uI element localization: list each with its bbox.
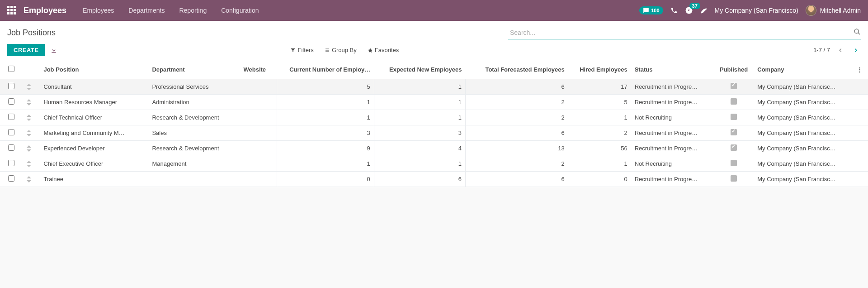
col-published[interactable]: Published [714,60,754,79]
search-input[interactable] [508,26,861,39]
cell-company: My Company (San Francisc… [754,156,851,172]
star-icon [368,48,373,53]
debug-button[interactable] [700,7,708,14]
company-switcher[interactable]: My Company (San Francisco) [715,7,798,14]
pager-prev-button[interactable] [835,45,845,55]
pager-next-button[interactable] [851,45,861,55]
user-menu[interactable]: Mitchell Admin [806,5,861,16]
groupby-button[interactable]: Group By [325,47,357,53]
col-company[interactable]: Company [754,60,851,79]
download-icon [50,47,57,54]
cell-status: Recruitment in Progre… [631,141,714,156]
cell-company: My Company (San Francisc… [754,125,851,141]
col-website[interactable]: Website [240,60,277,79]
cell-published[interactable] [714,125,754,141]
cell-status: Recruitment in Progre… [631,172,714,187]
sort-icon [27,115,31,121]
drag-handle[interactable] [23,172,40,187]
cell-website [240,156,277,172]
cell-status: Not Recruiting [631,110,714,125]
table-row[interactable]: Chief Executive Officer Management 1 1 2… [0,156,868,172]
col-job-position[interactable]: Job Position [40,60,148,79]
nav-item-departments[interactable]: Departments [121,0,172,21]
nav-item-employees[interactable]: Employees [75,0,121,21]
messages-count: 100 [651,8,659,13]
drag-handle[interactable] [23,79,40,95]
cell-company: My Company (San Francisc… [754,110,851,125]
table-row[interactable]: Consultant Professional Services 5 1 6 1… [0,79,868,95]
cell-status: Recruitment in Progre… [631,95,714,110]
col-forecasted-employees[interactable]: Total Forecasted Employees [465,60,568,79]
svg-point-0 [854,29,859,33]
cell-company: My Company (San Francisc… [754,79,851,95]
cell-published[interactable] [714,79,754,95]
cell-job-position: Marketing and Community M… [40,125,148,141]
drag-handle[interactable] [23,156,40,172]
messages-button[interactable]: 100 [639,6,663,14]
table-row[interactable]: Experienced Developer Research & Develop… [0,141,868,156]
filters-button[interactable]: Filters [290,47,313,53]
list-icon [325,48,330,53]
cell-published[interactable] [714,110,754,125]
create-button[interactable]: CREATE [7,44,45,56]
cell-website [240,172,277,187]
search-button[interactable] [854,28,861,35]
nav-item-reporting[interactable]: Reporting [172,0,214,21]
cell-published[interactable] [714,95,754,110]
cell-job-position: Chief Executive Officer [40,156,148,172]
col-hired-employees[interactable]: Hired Employees [568,60,631,79]
row-checkbox[interactable] [8,175,14,182]
cell-published[interactable] [714,156,754,172]
col-department[interactable]: Department [148,60,240,79]
filters-label: Filters [297,47,313,53]
table-row[interactable]: Chief Technical Officer Research & Devel… [0,110,868,125]
table-row[interactable]: Human Resources Manager Administration 1… [0,95,868,110]
row-checkbox[interactable] [8,83,14,89]
cell-expected: 1 [374,79,465,95]
activities-count: 37 [689,3,700,9]
drag-handle[interactable] [23,125,40,141]
activities-button[interactable]: 37 [685,6,693,14]
favorites-button[interactable]: Favorites [368,47,399,53]
sort-icon [27,130,31,136]
table-row[interactable]: Trainee 0 6 6 0 Recruitment in Progre… M… [0,172,868,187]
pager-text[interactable]: 1-7 / 7 [813,47,830,53]
cell-website [240,79,277,95]
cell-department: Research & Development [148,141,240,156]
import-button[interactable] [50,47,57,54]
cell-published[interactable] [714,141,754,156]
cell-expected: 6 [374,172,465,187]
select-all-checkbox[interactable] [8,66,14,72]
drag-handle[interactable] [23,110,40,125]
cell-expected: 1 [374,156,465,172]
cell-department: Management [148,156,240,172]
row-checkbox[interactable] [8,160,14,166]
user-name: Mitchell Admin [820,7,861,14]
chevron-right-icon [853,47,859,53]
cell-published[interactable] [714,172,754,187]
nav-item-configuration[interactable]: Configuration [214,0,266,21]
col-expected-employees[interactable]: Expected New Employees [374,60,465,79]
app-brand[interactable]: Employees [24,6,66,15]
apps-icon[interactable] [7,6,16,15]
drag-handle[interactable] [23,95,40,110]
phone-icon [670,7,678,14]
cell-forecasted: 6 [465,172,568,187]
cell-hired: 1 [568,156,631,172]
row-checkbox[interactable] [8,98,14,105]
phone-button[interactable] [670,7,678,14]
drag-handle[interactable] [23,141,40,156]
row-checkbox[interactable] [8,129,14,135]
cell-department [148,172,240,187]
row-checkbox[interactable] [8,144,14,151]
column-options-button[interactable]: ⋮ [851,60,868,79]
table-row[interactable]: Marketing and Community M… Sales 3 3 6 2… [0,125,868,141]
cell-department: Sales [148,125,240,141]
cell-website [240,141,277,156]
row-checkbox[interactable] [8,114,14,120]
col-current-employees[interactable]: Current Number of Employ… [277,60,374,79]
favorites-label: Favorites [375,47,399,53]
cell-job-position: Trainee [40,172,148,187]
col-status[interactable]: Status [631,60,714,79]
cell-expected: 1 [374,95,465,110]
